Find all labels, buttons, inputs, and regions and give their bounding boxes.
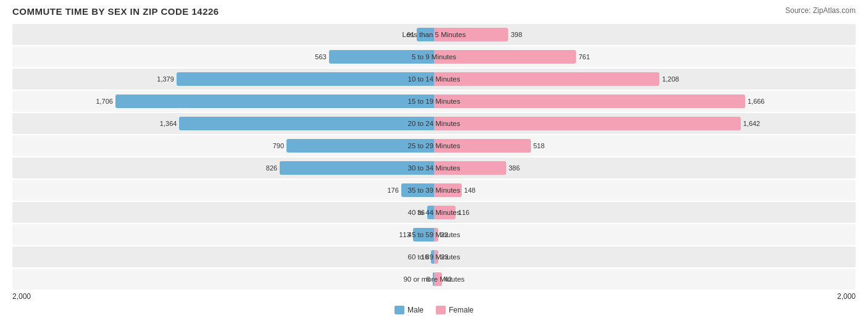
legend: Male Female — [12, 306, 856, 314]
axis-left: 2,000 — [12, 292, 31, 301]
female-value: 148 — [464, 187, 475, 194]
female-value: 398 — [511, 31, 522, 38]
chart-row: 10 to 14 Minutes1,3791,208 — [12, 69, 856, 90]
female-value: 23 — [441, 253, 448, 261]
female-value: 518 — [533, 142, 545, 149]
chart-title: COMMUTE TIME BY SEX IN ZIP CODE 14226 — [12, 6, 219, 17]
male-bar — [417, 28, 434, 41]
male-bar — [329, 50, 434, 64]
axis-right: 2,000 — [837, 292, 856, 301]
legend-female: Female — [436, 306, 474, 314]
legend-male: Male — [394, 306, 424, 314]
male-value: 91 — [407, 31, 414, 38]
chart-row: 40 to 44 Minutes36116 — [12, 202, 856, 223]
male-value: 1,364 — [160, 120, 177, 127]
female-value: 1,642 — [743, 120, 761, 127]
source-label: Source: ZipAtlas.com — [785, 6, 856, 15]
female-value: 42 — [444, 275, 452, 283]
female-bar — [434, 250, 438, 264]
axis-labels: 2,000 2,000 — [12, 292, 856, 301]
female-bar — [434, 94, 745, 108]
chart-row: 30 to 34 Minutes826386 — [12, 157, 856, 178]
female-bar — [434, 272, 442, 286]
female-bar — [434, 139, 531, 153]
male-value: 1,379 — [157, 75, 174, 83]
male-bar — [179, 117, 434, 130]
female-bar — [434, 228, 438, 241]
chart-row: 35 to 39 Minutes176148 — [12, 180, 856, 201]
male-value: 1,706 — [96, 98, 113, 105]
chart-row: 5 to 9 Minutes563761 — [12, 46, 856, 67]
female-value: 761 — [578, 53, 590, 61]
male-value: 113 — [399, 231, 410, 238]
male-value: 790 — [273, 142, 284, 149]
female-value: 116 — [458, 209, 469, 216]
female-label: Female — [449, 306, 474, 314]
female-bar — [434, 28, 508, 41]
female-bar — [434, 50, 576, 64]
male-color-box — [394, 306, 404, 314]
female-bar — [434, 72, 659, 86]
male-bar — [401, 183, 434, 197]
male-bar — [177, 72, 434, 86]
female-value: 386 — [509, 164, 520, 172]
chart-row: 45 to 59 Minutes11322 — [12, 224, 856, 245]
chart-row: 60 to 89 Minutes1623 — [12, 246, 856, 267]
male-bar — [286, 139, 434, 153]
female-value: 22 — [441, 231, 448, 238]
chart-area: Less than 5 Minutes913985 to 9 Minutes56… — [12, 24, 856, 290]
chart-row: 90 or more Minutes842 — [12, 269, 856, 290]
male-label: Male — [407, 306, 424, 314]
female-bar — [434, 183, 462, 197]
female-bar — [434, 206, 456, 219]
female-color-box — [436, 306, 446, 314]
chart-row: 25 to 29 Minutes790518 — [12, 135, 856, 156]
male-bar — [115, 94, 434, 108]
female-value: 1,666 — [748, 98, 765, 105]
male-value: 563 — [315, 53, 326, 61]
chart-row: 20 to 24 Minutes1,3641,642 — [12, 113, 856, 134]
female-bar — [434, 161, 506, 175]
female-value: 1,208 — [662, 75, 679, 83]
chart-row: Less than 5 Minutes91398 — [12, 24, 856, 45]
male-value: 8 — [426, 275, 430, 283]
female-bar — [434, 117, 741, 130]
male-bar — [280, 161, 434, 175]
male-value: 16 — [421, 253, 428, 261]
male-value: 826 — [266, 164, 277, 172]
chart-row: 15 to 19 Minutes1,7061,666 — [12, 91, 856, 112]
male-bar — [413, 228, 434, 241]
male-value: 176 — [387, 187, 398, 194]
male-bar — [427, 206, 434, 219]
male-value: 36 — [417, 209, 425, 216]
